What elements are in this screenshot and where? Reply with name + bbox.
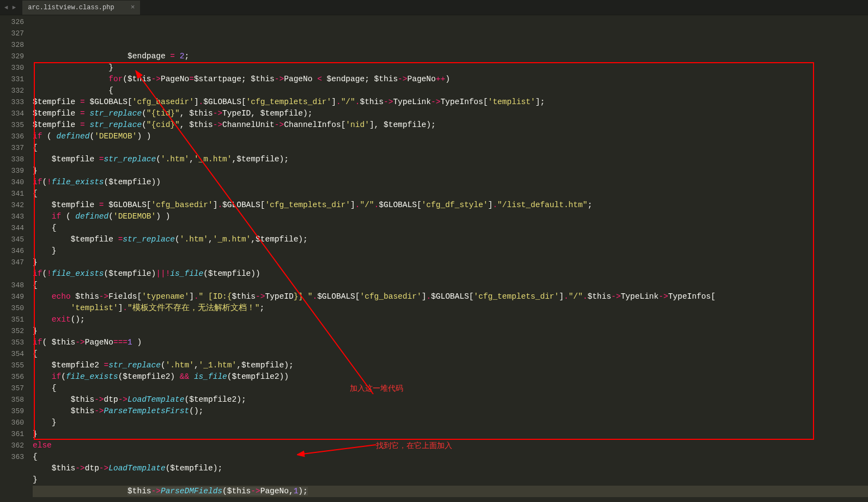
code-line: $tempfile =str_replace('.htm','_m.htm',$… bbox=[33, 234, 868, 245]
code-line: 'templist']."模板文件不存在，无法解析文档！"; bbox=[33, 303, 868, 314]
line-number: 363 bbox=[0, 451, 24, 463]
code-line: $tempfile = str_replace("{cid}", $this->… bbox=[33, 119, 868, 131]
code-line: { bbox=[33, 142, 868, 154]
line-number: 333 bbox=[0, 96, 24, 108]
code-line: $tempfile =str_replace('.htm','_m.htm',$… bbox=[33, 154, 868, 165]
code-line: if( $this->PageNo===1 ) bbox=[33, 337, 868, 348]
line-number: 352 bbox=[0, 325, 24, 337]
line-number bbox=[0, 268, 24, 280]
code-line: } bbox=[33, 165, 868, 177]
code-line: if ( defined('DEDEMOB') ) bbox=[33, 131, 868, 142]
code-line: } bbox=[33, 474, 868, 486]
line-number: 337 bbox=[0, 142, 24, 154]
code-line: } bbox=[33, 325, 868, 337]
code-line: { bbox=[33, 85, 868, 96]
line-number: 358 bbox=[0, 394, 24, 406]
code-line: if ( defined('DEDEMOB') ) bbox=[33, 211, 868, 222]
line-number: 354 bbox=[0, 348, 24, 360]
code-line: for($this->PageNo=$startpage; $this->Pag… bbox=[33, 74, 868, 85]
code-line: } bbox=[33, 245, 868, 257]
code-line: { bbox=[33, 222, 868, 234]
code-line: $this->dtp->LoadTemplate($tempfile); bbox=[33, 463, 868, 474]
line-number: 345 bbox=[0, 234, 24, 245]
nav-back-icon[interactable]: ◄ bbox=[3, 3, 9, 12]
line-number: 336 bbox=[0, 131, 24, 142]
code-area[interactable]: $endpage = 2; } for($this->PageNo=$start… bbox=[33, 15, 868, 502]
editor: 3263273283293303313323333343353363373383… bbox=[0, 15, 868, 502]
line-number: 334 bbox=[0, 108, 24, 119]
file-tab[interactable]: arc.listview.class.php × bbox=[22, 1, 140, 15]
code-line: $tempfile = $GLOBALS['cfg_basedir'].$GLO… bbox=[33, 96, 868, 108]
line-number: 328 bbox=[0, 39, 24, 51]
line-number-gutter: 3263273283293303313323333343353363373383… bbox=[0, 15, 33, 502]
code-line: echo $this->Fields['typename']." [ID:{$t… bbox=[33, 291, 868, 303]
code-line: } bbox=[33, 417, 868, 428]
line-number: 343 bbox=[0, 211, 24, 222]
line-number: 332 bbox=[0, 85, 24, 96]
code-line: exit(); bbox=[33, 314, 868, 325]
line-number: 347 bbox=[0, 257, 24, 268]
code-line: else bbox=[33, 440, 868, 451]
line-number: 357 bbox=[0, 383, 24, 394]
nav-forward-icon[interactable]: ► bbox=[11, 3, 17, 12]
line-number: 346 bbox=[0, 245, 24, 257]
line-number: 329 bbox=[0, 51, 24, 62]
line-number: 348 bbox=[0, 280, 24, 291]
line-number: 326 bbox=[0, 16, 24, 28]
line-number: 356 bbox=[0, 371, 24, 383]
code-line: $tempfile2 =str_replace('.htm','_1.htm',… bbox=[33, 360, 868, 371]
line-number: 342 bbox=[0, 199, 24, 211]
code-line: { bbox=[33, 280, 868, 291]
line-number: 360 bbox=[0, 417, 24, 428]
line-number: 338 bbox=[0, 154, 24, 165]
line-number: 350 bbox=[0, 303, 24, 314]
line-number: 344 bbox=[0, 222, 24, 234]
line-number: 341 bbox=[0, 188, 24, 199]
tab-filename: arc.listview.class.php bbox=[28, 4, 114, 11]
close-icon[interactable]: × bbox=[131, 4, 135, 11]
tab-bar: ◄ ► arc.listview.class.php × bbox=[0, 0, 868, 15]
code-line: if(!file_exists($tempfile)) bbox=[33, 177, 868, 188]
line-number: 361 bbox=[0, 428, 24, 440]
code-line: { bbox=[33, 348, 868, 360]
nav-arrows: ◄ ► bbox=[0, 3, 20, 12]
code-line: $this->ParseDMFields($this->PageNo,1); bbox=[33, 486, 868, 497]
line-number: 355 bbox=[0, 360, 24, 371]
line-number: 335 bbox=[0, 119, 24, 131]
code-line: if(file_exists($tempfile2) && is_file($t… bbox=[33, 371, 868, 383]
code-line: $tempfile = $GLOBALS['cfg_basedir'].$GLO… bbox=[33, 199, 868, 211]
code-line: { bbox=[33, 188, 868, 199]
line-number: 339 bbox=[0, 165, 24, 177]
code-line: } bbox=[33, 428, 868, 440]
line-number: 331 bbox=[0, 74, 24, 85]
code-line: $tempfile = str_replace("{tid}", $this->… bbox=[33, 108, 868, 119]
line-number: 330 bbox=[0, 62, 24, 74]
line-number: 327 bbox=[0, 28, 24, 39]
code-line: $this->ParseTempletsFirst(); bbox=[33, 406, 868, 417]
code-line: { bbox=[33, 383, 868, 394]
code-line: } bbox=[33, 257, 868, 268]
code-line: $endpage = 2; bbox=[33, 51, 868, 62]
code-line: } bbox=[33, 62, 868, 74]
line-number: 349 bbox=[0, 291, 24, 303]
line-number: 362 bbox=[0, 440, 24, 451]
code-line: { bbox=[33, 451, 868, 463]
line-number: 340 bbox=[0, 177, 24, 188]
line-number: 351 bbox=[0, 314, 24, 325]
line-number: 359 bbox=[0, 406, 24, 417]
code-line: $this->dtp->LoadTemplate($tempfile2); bbox=[33, 394, 868, 406]
line-number: 353 bbox=[0, 337, 24, 348]
code-line: if(!file_exists($tempfile)||!is_file($te… bbox=[33, 268, 868, 280]
